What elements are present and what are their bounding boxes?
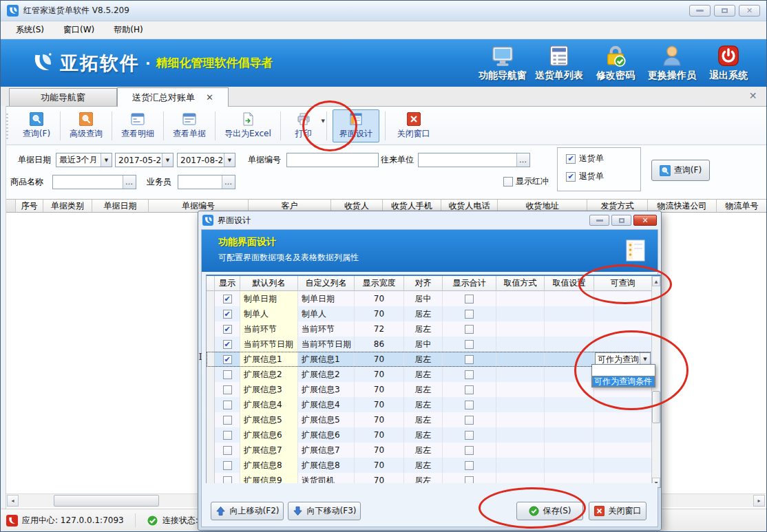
visible-checkbox-cell[interactable] — [215, 458, 240, 473]
row-handle[interactable] — [207, 352, 215, 367]
show-sum-checkbox[interactable] — [465, 370, 474, 379]
move-up-button[interactable]: 向上移动(F2) — [211, 502, 284, 520]
date-range-select[interactable]: 最近3个月▼ — [56, 153, 112, 167]
value-mode-cell[interactable] — [496, 427, 545, 443]
save-button[interactable]: 保存(S) — [516, 502, 583, 520]
custom-name-cell[interactable]: 扩展信息4 — [298, 397, 355, 412]
scrollbar-thumb[interactable] — [652, 391, 660, 423]
salesman-input[interactable]: … — [178, 175, 235, 189]
show-sum-checkbox[interactable] — [465, 310, 474, 319]
dialog-grid-row[interactable]: 制单人制单人70居左 — [207, 306, 660, 321]
align-cell[interactable]: 居左 — [404, 443, 443, 458]
default-name-cell[interactable]: 扩展信息7 — [240, 443, 298, 458]
default-name-cell[interactable]: 扩展信息6 — [240, 427, 298, 443]
dialog-titlebar[interactable]: 界面设计 ✕ — [198, 211, 661, 229]
align-cell[interactable]: 居左 — [404, 458, 443, 473]
row-handle[interactable] — [207, 458, 215, 473]
width-cell[interactable]: 86 — [355, 337, 404, 352]
chevron-down-icon[interactable]: ▼ — [224, 153, 235, 167]
custom-name-cell[interactable]: 扩展信息2 — [298, 367, 355, 382]
dialog-grid-header-cell[interactable]: 可查询 — [594, 276, 652, 291]
width-cell[interactable]: 70 — [355, 427, 404, 443]
left-splitter[interactable] — [1, 106, 6, 509]
visible-checkbox-cell[interactable] — [215, 427, 240, 443]
custom-name-cell[interactable]: 扩展信息7 — [298, 443, 355, 458]
show-sum-cell[interactable] — [443, 412, 496, 427]
show-sum-cell[interactable] — [443, 397, 496, 412]
align-cell[interactable]: 居左 — [404, 306, 443, 321]
default-name-cell[interactable]: 扩展信息8 — [240, 458, 298, 473]
custom-name-cell[interactable]: 扩展信息8 — [298, 458, 355, 473]
custom-name-cell[interactable]: 扩展信息1 — [298, 352, 355, 367]
value-mode-cell[interactable] — [496, 321, 545, 337]
menu-item-0[interactable]: 系统(S) — [9, 22, 51, 38]
tab-0[interactable]: 功能导航窗 — [9, 88, 117, 106]
show-sum-checkbox[interactable] — [465, 325, 474, 334]
value-mode-cell[interactable] — [496, 443, 545, 458]
width-cell[interactable]: 70 — [355, 291, 404, 306]
grid-header-cell[interactable]: 序号 — [16, 199, 43, 213]
width-cell[interactable]: 70 — [355, 458, 404, 473]
row-handle[interactable] — [207, 291, 215, 306]
move-down-button[interactable]: 向下移动(F3) — [288, 502, 361, 520]
banner-action[interactable]: 修改密码 — [587, 44, 644, 82]
default-name-cell[interactable]: 制单日期 — [240, 291, 298, 306]
row-handle[interactable] — [207, 412, 215, 427]
dialog-minimize-button[interactable] — [589, 215, 609, 226]
value-mode-cell[interactable] — [496, 382, 545, 397]
show-sum-cell[interactable] — [443, 458, 496, 473]
value-setting-cell[interactable] — [545, 412, 594, 427]
value-mode-cell[interactable] — [496, 412, 545, 427]
default-name-cell[interactable]: 当前环节日期 — [240, 337, 298, 352]
ellipsis-browse-icon[interactable]: … — [222, 175, 235, 189]
custom-name-cell[interactable]: 当前环节 — [298, 321, 355, 337]
default-name-cell[interactable]: 扩展信息3 — [240, 382, 298, 397]
show-sum-checkbox[interactable] — [465, 461, 474, 470]
visible-checkbox-cell[interactable] — [215, 382, 240, 397]
dialog-grid-row[interactable]: 当前环节当前环节72居左 — [207, 321, 660, 337]
toolbar-button-5[interactable]: 打印▼ — [286, 109, 321, 142]
default-name-cell[interactable]: 扩展信息2 — [240, 367, 298, 382]
default-name-cell[interactable]: 扩展信息5 — [240, 412, 298, 427]
visible-checkbox[interactable] — [223, 401, 232, 409]
align-cell[interactable]: 居左 — [404, 367, 443, 382]
row-handle[interactable] — [207, 337, 215, 352]
visible-checkbox[interactable] — [223, 461, 232, 470]
value-setting-cell[interactable] — [545, 352, 594, 367]
bill-no-input[interactable] — [286, 153, 379, 167]
value-mode-cell[interactable] — [496, 352, 545, 367]
close-button[interactable]: ✕ — [739, 5, 760, 17]
value-setting-cell[interactable] — [545, 367, 594, 382]
visible-checkbox-cell[interactable] — [215, 321, 240, 337]
value-mode-cell[interactable] — [496, 337, 545, 352]
row-handle[interactable] — [207, 367, 215, 382]
visible-checkbox[interactable] — [223, 340, 232, 349]
query-button[interactable]: 查询(F) — [651, 160, 710, 181]
width-cell[interactable]: 70 — [355, 352, 404, 367]
scroll-right-icon[interactable]: ▸ — [753, 495, 765, 507]
custom-name-cell[interactable]: 制单日期 — [298, 291, 355, 306]
dialog-grid-header-cell[interactable]: 取值设置 — [545, 276, 594, 291]
default-name-cell[interactable]: 扩展信息1 — [240, 352, 298, 367]
row-handle[interactable] — [207, 382, 215, 397]
dialog-grid-row[interactable]: 扩展信息5扩展信息570居左 — [207, 412, 660, 427]
banner-action[interactable]: 退出系统 — [700, 44, 757, 82]
toolbar-button-0[interactable]: 查询(F) — [19, 109, 54, 142]
align-cell[interactable]: 居左 — [404, 412, 443, 427]
width-cell[interactable]: 70 — [355, 443, 404, 458]
show-sum-cell[interactable] — [443, 443, 496, 458]
queryable-cell[interactable] — [594, 306, 652, 321]
restore-button[interactable] — [714, 5, 735, 17]
show-sum-checkbox[interactable] — [465, 355, 474, 364]
show-sum-checkbox[interactable] — [465, 401, 474, 409]
dropdown-option[interactable]: 可作为查询条件 — [592, 376, 655, 387]
show-sum-checkbox[interactable] — [465, 431, 474, 440]
visible-checkbox[interactable] — [223, 446, 232, 455]
dropdown-option[interactable] — [592, 365, 655, 376]
visible-checkbox-cell[interactable] — [215, 367, 240, 382]
show-sum-cell[interactable] — [443, 427, 496, 443]
show-sum-checkbox[interactable] — [465, 446, 474, 455]
value-setting-cell[interactable] — [545, 337, 594, 352]
value-mode-cell[interactable] — [496, 306, 545, 321]
return-checkbox[interactable]: 退货单 — [566, 171, 640, 182]
